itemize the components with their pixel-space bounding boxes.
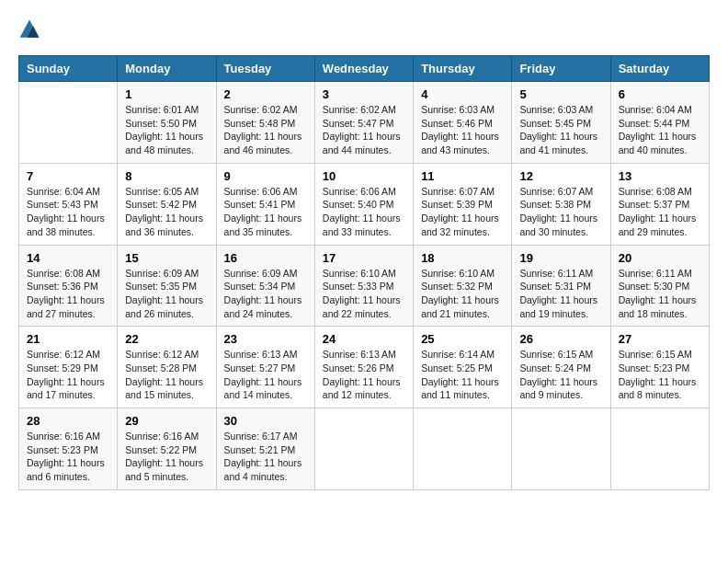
day-number: 28 (27, 414, 109, 428)
calendar-cell: 17Sunrise: 6:10 AM Sunset: 5:33 PM Dayli… (314, 245, 413, 327)
day-info: Sunrise: 6:08 AM Sunset: 5:37 PM Dayligh… (619, 185, 701, 239)
day-number: 11 (421, 169, 504, 183)
day-number: 4 (421, 87, 504, 101)
header-tuesday: Tuesday (216, 56, 314, 82)
logo-icon (18, 18, 40, 40)
calendar-cell: 1Sunrise: 6:01 AM Sunset: 5:50 PM Daylig… (118, 82, 216, 164)
day-info: Sunrise: 6:04 AM Sunset: 5:44 PM Dayligh… (619, 103, 701, 157)
day-number: 1 (125, 87, 208, 101)
week-row-3: 14Sunrise: 6:08 AM Sunset: 5:36 PM Dayli… (19, 245, 710, 327)
day-info: Sunrise: 6:05 AM Sunset: 5:42 PM Dayligh… (125, 185, 208, 239)
day-info: Sunrise: 6:11 AM Sunset: 5:31 PM Dayligh… (519, 267, 602, 321)
calendar-cell: 25Sunrise: 6:14 AM Sunset: 5:25 PM Dayli… (414, 327, 512, 408)
calendar-cell: 28Sunrise: 6:16 AM Sunset: 5:23 PM Dayli… (19, 408, 118, 490)
calendar-cell: 14Sunrise: 6:08 AM Sunset: 5:36 PM Dayli… (19, 245, 118, 327)
calendar-cell: 2Sunrise: 6:02 AM Sunset: 5:48 PM Daylig… (216, 82, 314, 164)
day-number: 12 (519, 169, 602, 183)
day-info: Sunrise: 6:13 AM Sunset: 5:27 PM Dayligh… (224, 348, 307, 402)
calendar-cell: 20Sunrise: 6:11 AM Sunset: 5:30 PM Dayli… (610, 245, 709, 327)
calendar-cell: 7Sunrise: 6:04 AM Sunset: 5:43 PM Daylig… (19, 163, 118, 245)
calendar-cell: 29Sunrise: 6:16 AM Sunset: 5:22 PM Dayli… (118, 408, 216, 490)
calendar-cell: 5Sunrise: 6:03 AM Sunset: 5:45 PM Daylig… (512, 82, 610, 164)
day-info: Sunrise: 6:11 AM Sunset: 5:30 PM Dayligh… (619, 267, 701, 321)
day-info: Sunrise: 6:03 AM Sunset: 5:46 PM Dayligh… (421, 103, 504, 157)
calendar-cell: 4Sunrise: 6:03 AM Sunset: 5:46 PM Daylig… (414, 82, 512, 164)
calendar-cell: 15Sunrise: 6:09 AM Sunset: 5:35 PM Dayli… (118, 245, 216, 327)
day-info: Sunrise: 6:12 AM Sunset: 5:29 PM Dayligh… (27, 348, 109, 402)
day-info: Sunrise: 6:07 AM Sunset: 5:39 PM Dayligh… (421, 185, 504, 239)
calendar-cell: 8Sunrise: 6:05 AM Sunset: 5:42 PM Daylig… (118, 163, 216, 245)
calendar-cell: 21Sunrise: 6:12 AM Sunset: 5:29 PM Dayli… (19, 327, 118, 408)
calendar-cell: 10Sunrise: 6:06 AM Sunset: 5:40 PM Dayli… (314, 163, 413, 245)
day-info: Sunrise: 6:01 AM Sunset: 5:50 PM Dayligh… (125, 103, 208, 157)
day-number: 16 (224, 251, 307, 265)
calendar-cell: 9Sunrise: 6:06 AM Sunset: 5:41 PM Daylig… (216, 163, 314, 245)
calendar-cell: 6Sunrise: 6:04 AM Sunset: 5:44 PM Daylig… (610, 82, 709, 164)
day-number: 22 (125, 332, 208, 346)
calendar-cell: 26Sunrise: 6:15 AM Sunset: 5:24 PM Dayli… (512, 327, 610, 408)
day-number: 21 (27, 332, 109, 346)
calendar-cell: 12Sunrise: 6:07 AM Sunset: 5:38 PM Dayli… (512, 163, 610, 245)
day-number: 9 (224, 169, 307, 183)
day-info: Sunrise: 6:06 AM Sunset: 5:40 PM Dayligh… (323, 185, 405, 239)
week-row-1: 1Sunrise: 6:01 AM Sunset: 5:50 PM Daylig… (19, 82, 710, 164)
header-friday: Friday (512, 56, 610, 82)
calendar-cell: 19Sunrise: 6:11 AM Sunset: 5:31 PM Dayli… (512, 245, 610, 327)
day-number: 19 (519, 251, 602, 265)
day-info: Sunrise: 6:02 AM Sunset: 5:48 PM Dayligh… (224, 103, 307, 157)
calendar-cell (19, 82, 118, 164)
day-info: Sunrise: 6:10 AM Sunset: 5:33 PM Dayligh… (323, 267, 405, 321)
week-row-4: 21Sunrise: 6:12 AM Sunset: 5:29 PM Dayli… (19, 327, 710, 408)
day-info: Sunrise: 6:15 AM Sunset: 5:24 PM Dayligh… (519, 348, 602, 402)
calendar-cell: 23Sunrise: 6:13 AM Sunset: 5:27 PM Dayli… (216, 327, 314, 408)
calendar-cell: 3Sunrise: 6:02 AM Sunset: 5:47 PM Daylig… (314, 82, 413, 164)
header-sunday: Sunday (19, 56, 118, 82)
calendar-cell: 16Sunrise: 6:09 AM Sunset: 5:34 PM Dayli… (216, 245, 314, 327)
header-wednesday: Wednesday (314, 56, 413, 82)
day-number: 23 (224, 332, 307, 346)
calendar-cell: 13Sunrise: 6:08 AM Sunset: 5:37 PM Dayli… (610, 163, 709, 245)
day-number: 13 (619, 169, 701, 183)
header-monday: Monday (118, 56, 216, 82)
day-number: 7 (27, 169, 109, 183)
day-info: Sunrise: 6:07 AM Sunset: 5:38 PM Dayligh… (519, 185, 602, 239)
logo (18, 18, 44, 40)
day-number: 8 (125, 169, 208, 183)
day-info: Sunrise: 6:03 AM Sunset: 5:45 PM Dayligh… (519, 103, 602, 157)
calendar-cell: 27Sunrise: 6:15 AM Sunset: 5:23 PM Dayli… (610, 327, 709, 408)
calendar-cell (610, 408, 709, 490)
day-number: 26 (519, 332, 602, 346)
day-info: Sunrise: 6:10 AM Sunset: 5:32 PM Dayligh… (421, 267, 504, 321)
day-number: 3 (323, 87, 405, 101)
day-info: Sunrise: 6:04 AM Sunset: 5:43 PM Dayligh… (27, 185, 109, 239)
day-number: 18 (421, 251, 504, 265)
calendar-cell (512, 408, 610, 490)
day-info: Sunrise: 6:14 AM Sunset: 5:25 PM Dayligh… (421, 348, 504, 402)
calendar-table: SundayMondayTuesdayWednesdayThursdayFrid… (18, 55, 710, 490)
day-number: 20 (619, 251, 701, 265)
day-info: Sunrise: 6:02 AM Sunset: 5:47 PM Dayligh… (323, 103, 405, 157)
calendar-cell (314, 408, 413, 490)
day-number: 14 (27, 251, 109, 265)
calendar-cell: 30Sunrise: 6:17 AM Sunset: 5:21 PM Dayli… (216, 408, 314, 490)
calendar-cell: 11Sunrise: 6:07 AM Sunset: 5:39 PM Dayli… (414, 163, 512, 245)
day-info: Sunrise: 6:13 AM Sunset: 5:26 PM Dayligh… (323, 348, 405, 402)
day-info: Sunrise: 6:09 AM Sunset: 5:34 PM Dayligh… (224, 267, 307, 321)
calendar-cell: 22Sunrise: 6:12 AM Sunset: 5:28 PM Dayli… (118, 327, 216, 408)
day-number: 6 (619, 87, 701, 101)
day-info: Sunrise: 6:08 AM Sunset: 5:36 PM Dayligh… (27, 267, 109, 321)
week-row-5: 28Sunrise: 6:16 AM Sunset: 5:23 PM Dayli… (19, 408, 710, 490)
day-info: Sunrise: 6:09 AM Sunset: 5:35 PM Dayligh… (125, 267, 208, 321)
day-info: Sunrise: 6:15 AM Sunset: 5:23 PM Dayligh… (619, 348, 701, 402)
day-number: 17 (323, 251, 405, 265)
header-thursday: Thursday (414, 56, 512, 82)
day-number: 27 (619, 332, 701, 346)
day-info: Sunrise: 6:06 AM Sunset: 5:41 PM Dayligh… (224, 185, 307, 239)
day-number: 15 (125, 251, 208, 265)
day-number: 10 (323, 169, 405, 183)
day-number: 30 (224, 414, 307, 428)
day-number: 2 (224, 87, 307, 101)
day-number: 29 (125, 414, 208, 428)
calendar-cell (414, 408, 512, 490)
day-number: 24 (323, 332, 405, 346)
